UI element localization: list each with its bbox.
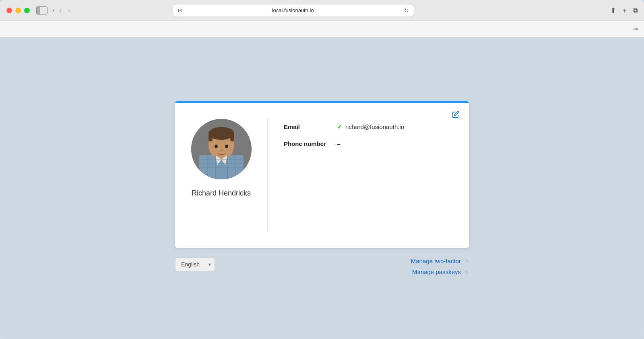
manage-passkeys-label: Manage passkeys <box>412 268 461 275</box>
manage-two-factor-link[interactable]: Manage two-factor → <box>411 258 469 264</box>
reload-button[interactable]: ↻ <box>404 7 409 14</box>
browser-toolbar: ⇥ <box>0 21 644 37</box>
user-name: Richard Hendricks <box>192 189 251 198</box>
svg-point-9 <box>225 144 228 148</box>
toolbar-action-icon[interactable]: ⇥ <box>632 25 638 33</box>
svg-point-10 <box>220 150 223 151</box>
browser-titlebar: ▾ ‹ › ⊟ local.fusionauth.io ↻ ⬆ ＋ ⧉ <box>0 0 644 21</box>
email-value: ✔ richard@fusionauth.io <box>337 123 404 131</box>
phone-label: Phone number <box>284 140 332 147</box>
minimize-button[interactable] <box>15 8 21 13</box>
share-button[interactable]: ⬆ <box>610 6 616 15</box>
language-select[interactable]: English Spanish French German <box>175 258 215 271</box>
footer-links: Manage two-factor → Manage passkeys → <box>411 258 469 275</box>
avatar-image <box>191 119 252 179</box>
page-footer: English Spanish French German Manage two… <box>175 258 469 275</box>
manage-passkeys-link[interactable]: Manage passkeys → <box>412 268 469 275</box>
url-display: local.fusionauth.io <box>185 7 401 13</box>
phone-field-row: Phone number – <box>284 140 457 147</box>
svg-point-8 <box>215 144 218 148</box>
tabs-button[interactable]: ⧉ <box>633 6 638 15</box>
arrow-right-icon: → <box>463 258 469 264</box>
new-tab-button[interactable]: ＋ <box>621 6 628 15</box>
svg-rect-6 <box>208 133 213 141</box>
maximize-button[interactable] <box>24 8 30 13</box>
back-button[interactable]: ‹ <box>58 4 63 16</box>
traffic-lights <box>6 8 30 13</box>
email-label: Email <box>284 123 332 130</box>
email-field-row: Email ✔ richard@fusionauth.io <box>284 123 457 131</box>
sidebar-toggle-button[interactable] <box>36 6 47 15</box>
email-verified-icon: ✔ <box>337 123 342 131</box>
profile-card-inner: Richard Hendricks Email ✔ richard@fusion… <box>175 103 469 248</box>
email-address: richard@fusionauth.io <box>345 123 404 130</box>
arrow-right-icon-2: → <box>463 268 469 275</box>
svg-rect-7 <box>230 133 234 141</box>
address-bar[interactable]: ⊟ local.fusionauth.io ↻ <box>173 4 414 17</box>
close-button[interactable] <box>6 8 12 13</box>
forward-button[interactable]: › <box>66 4 72 16</box>
manage-two-factor-label: Manage two-factor <box>411 258 461 264</box>
page-icon: ⊟ <box>178 8 182 13</box>
profile-left: Richard Hendricks <box>187 119 268 232</box>
browser-controls: ▾ ‹ › <box>36 4 72 16</box>
browser-window: ▾ ‹ › ⊟ local.fusionauth.io ↻ ⬆ ＋ ⧉ ⇥ <box>0 0 644 339</box>
phone-value: – <box>337 140 340 147</box>
profile-card: Richard Hendricks Email ✔ richard@fusion… <box>175 101 469 248</box>
profile-right: Email ✔ richard@fusionauth.io Phone numb… <box>268 119 457 232</box>
browser-actions: ⬆ ＋ ⧉ <box>610 6 638 15</box>
language-selector-wrapper: English Spanish French German <box>175 258 215 271</box>
avatar <box>191 119 252 179</box>
edit-button[interactable] <box>450 109 461 122</box>
page-content: Richard Hendricks Email ✔ richard@fusion… <box>0 37 644 339</box>
